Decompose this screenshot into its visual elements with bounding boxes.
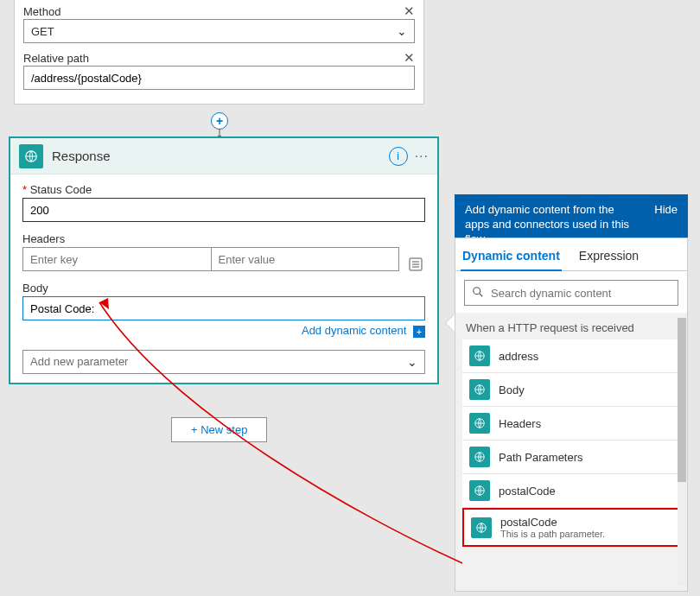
- clear-path-icon[interactable]: ✕: [401, 50, 417, 66]
- arrow-down-icon: ↓: [211, 128, 228, 136]
- chevron-down-icon: ⌄: [397, 24, 407, 38]
- dc-section-title: When a HTTP request is received: [459, 313, 684, 339]
- method-field: Method ✕ GET ⌄: [23, 5, 415, 43]
- http-action-card: Method ✕ GET ⌄ Relative path ✕: [14, 0, 424, 105]
- dynamic-content-panel: Dynamic content Expression When a HTTP r…: [455, 238, 688, 592]
- http-trigger-icon: [469, 447, 490, 467]
- dc-item-postalcode[interactable]: postalCode: [462, 474, 680, 508]
- status-code-label: * Status Code: [22, 183, 425, 196]
- dc-item-label: postalCode: [500, 516, 605, 529]
- dc-item-path-parameters[interactable]: Path Parameters: [462, 441, 680, 474]
- chevron-down-icon: ⌄: [407, 355, 417, 369]
- headers-label: Headers: [22, 232, 399, 245]
- relative-path-input[interactable]: [23, 66, 415, 90]
- dc-item-label: address: [499, 350, 538, 363]
- method-value: GET: [31, 25, 54, 38]
- dc-item-address[interactable]: address: [462, 339, 680, 373]
- relative-path-field: Relative path ✕: [23, 52, 415, 90]
- body-label: Body: [22, 282, 425, 295]
- dc-tabs: Dynamic content Expression: [455, 238, 687, 271]
- add-new-parameter-placeholder: Add new parameter: [30, 355, 128, 368]
- add-dynamic-content-link[interactable]: Add dynamic content: [302, 324, 406, 337]
- response-title: Response: [52, 149, 389, 163]
- headers-value-input[interactable]: [211, 247, 400, 271]
- dc-item-headers[interactable]: Headers: [462, 407, 680, 441]
- response-action-icon: [19, 144, 43, 168]
- method-label: Method: [23, 5, 415, 18]
- http-trigger-icon: [469, 346, 490, 366]
- dc-item-description: This is a path parameter.: [500, 529, 605, 539]
- http-trigger-icon: [471, 517, 492, 538]
- relative-path-label: Relative path: [23, 52, 415, 65]
- body-input[interactable]: [22, 296, 425, 320]
- dc-results-section: When a HTTP request is received address …: [455, 313, 687, 591]
- clear-method-icon[interactable]: ✕: [401, 3, 417, 19]
- response-card: Response i ··· * Status Code Headers Bod…: [9, 136, 439, 384]
- panel-callout-icon: [446, 314, 455, 332]
- add-dynamic-content-icon[interactable]: +: [413, 326, 425, 338]
- svg-point-2: [474, 287, 480, 294]
- headers-key-input[interactable]: [22, 247, 211, 271]
- response-body-area: * Status Code Headers Body Add dynamic c…: [10, 174, 437, 383]
- dc-item-body[interactable]: Body: [462, 373, 680, 407]
- status-code-input[interactable]: [22, 198, 425, 222]
- dc-item-label: postalCode: [499, 485, 556, 498]
- hide-dynamic-content-button[interactable]: Hide: [654, 203, 678, 216]
- dc-item-label: Headers: [499, 417, 541, 430]
- dc-scrollbar-thumb[interactable]: [678, 318, 686, 482]
- new-step-button[interactable]: + New step: [171, 417, 267, 442]
- dc-item-label: Body: [499, 384, 525, 396]
- method-select[interactable]: GET ⌄: [23, 19, 415, 43]
- http-trigger-icon: [469, 379, 490, 400]
- headers-toggle-icon[interactable]: [406, 257, 425, 271]
- dc-search-box[interactable]: [464, 280, 678, 306]
- tab-dynamic-content[interactable]: Dynamic content: [461, 244, 562, 271]
- http-trigger-icon: [469, 413, 490, 434]
- tab-expression[interactable]: Expression: [577, 244, 640, 270]
- info-icon[interactable]: i: [389, 147, 408, 166]
- svg-line-3: [480, 293, 483, 296]
- search-icon: [472, 286, 484, 301]
- response-header[interactable]: Response i ···: [10, 138, 437, 174]
- http-trigger-icon: [469, 480, 490, 501]
- add-new-parameter-select[interactable]: Add new parameter ⌄: [22, 350, 425, 374]
- dc-item-label: Path Parameters: [499, 451, 583, 464]
- more-menu-icon[interactable]: ···: [415, 149, 429, 164]
- step-connector: + ↓: [211, 112, 228, 136]
- dc-item-postalcode-path-param[interactable]: postalCode This is a path parameter.: [462, 508, 680, 547]
- dc-search-input[interactable]: [491, 287, 671, 300]
